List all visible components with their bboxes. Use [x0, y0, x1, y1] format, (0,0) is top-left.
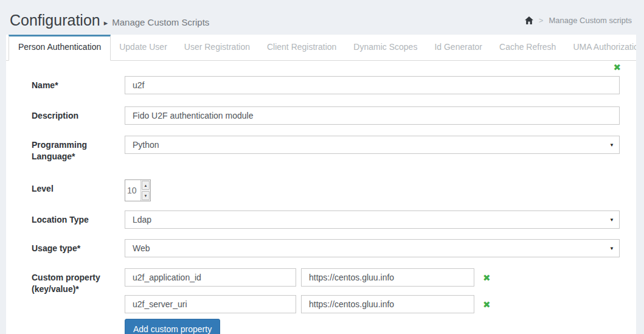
content-panel: Person Authentication Update User User R…	[6, 35, 636, 334]
spin-down-icon[interactable]: ▼	[142, 191, 150, 200]
remove-property-icon[interactable]: ✖	[483, 273, 491, 282]
custom-property-label: Custom property (key/value)*	[32, 268, 125, 334]
name-input[interactable]	[125, 76, 620, 94]
title-group: Configuration ▸ Manage Custom Scripts	[10, 12, 209, 29]
location-type-select[interactable]: Ldap ▼	[125, 210, 620, 229]
level-spinner: ▲ ▼	[140, 180, 150, 201]
tab-update-user[interactable]: Update User	[111, 35, 176, 60]
remove-property-icon[interactable]: ✖	[483, 300, 491, 309]
level-stepper: ▲ ▼	[125, 179, 151, 201]
programming-language-value: Python	[125, 136, 619, 153]
level-input[interactable]	[125, 180, 140, 201]
custom-property-value-input[interactable]	[301, 295, 474, 313]
custom-script-form: Name* Description Programming Language* …	[6, 61, 636, 334]
usage-type-select[interactable]: Web ▼	[125, 239, 620, 257]
page-subtitle: Manage Custom Scripts	[112, 17, 209, 27]
name-label: Name*	[32, 76, 125, 94]
location-type-label: Location Type	[32, 210, 125, 229]
page-title: Configuration	[10, 12, 100, 29]
tab-cache-refresh[interactable]: Cache Refresh	[491, 35, 564, 60]
spin-up-icon[interactable]: ▲	[142, 181, 150, 190]
tab-uma-authorization-policies[interactable]: UMA Authorization Policies	[564, 35, 636, 60]
usage-type-value: Web	[125, 240, 619, 257]
tab-user-registration[interactable]: User Registration	[176, 35, 258, 60]
usage-type-label: Usage type*	[32, 239, 125, 257]
remove-script-icon[interactable]: ✖	[613, 63, 621, 72]
description-label: Description	[32, 106, 125, 125]
tab-id-generator[interactable]: Id Generator	[426, 35, 491, 60]
location-type-value: Ldap	[125, 211, 619, 228]
custom-property-key-input[interactable]	[125, 268, 296, 287]
page-header: Configuration ▸ Manage Custom Scripts > …	[0, 0, 644, 35]
breadcrumb-separator: >	[539, 16, 544, 25]
custom-property-row: ✖	[125, 268, 620, 287]
home-icon[interactable]	[525, 16, 533, 24]
tab-client-registration[interactable]: Client Registration	[258, 35, 345, 60]
tab-person-authentication[interactable]: Person Authentication	[9, 35, 111, 61]
custom-property-value-input[interactable]	[301, 268, 474, 287]
add-custom-property-button[interactable]: Add custom property	[125, 319, 220, 334]
breadcrumb-current: Manage Custom scripts	[549, 16, 632, 25]
custom-property-row: ✖	[125, 295, 620, 313]
script-type-tabs: Person Authentication Update User User R…	[6, 35, 636, 61]
custom-property-key-input[interactable]	[125, 295, 296, 313]
programming-language-label: Programming Language*	[32, 136, 125, 162]
programming-language-select[interactable]: Python ▼	[125, 136, 620, 154]
breadcrumb: > Manage Custom scripts	[525, 16, 632, 25]
title-separator-icon: ▸	[104, 18, 108, 27]
description-input[interactable]	[125, 106, 620, 125]
level-label: Level	[32, 179, 125, 201]
tab-dynamic-scopes[interactable]: Dynamic Scopes	[345, 35, 426, 60]
